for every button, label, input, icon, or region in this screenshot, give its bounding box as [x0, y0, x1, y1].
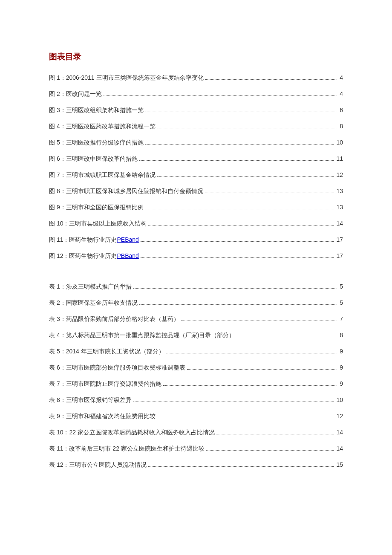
toc-entry-label: 表 5：: [49, 347, 66, 356]
toc-entry-label: 表 9：: [49, 412, 66, 421]
table-toc-entry[interactable]: 表 6：三明市医院部分医疗服务项目收费标准调整表9: [49, 363, 343, 372]
toc-entry-label: 表 10：: [49, 428, 69, 437]
toc-entry-title: 三明市医院防止医疗资源浪费的措施: [66, 379, 161, 388]
figure-toc-entry[interactable]: 图 10：三明市县级以上医院收入结构14: [49, 219, 343, 228]
figures-toc-list: 图 1：2006-2011 三明市三类医保统筹基金年度结余率变化4图 2：医改问…: [49, 73, 343, 260]
toc-entry-title: 三明市县级以上医院收入结构: [69, 219, 147, 228]
toc-entry-title-prefix: 医药生物行业历史: [69, 252, 117, 259]
table-toc-entry[interactable]: 表 10：22 家公立医院改革后药品耗材收入和医务收入占比情况14: [49, 428, 343, 437]
table-toc-entry[interactable]: 表 12：三明市公立医院人员流动情况15: [49, 460, 343, 469]
tables-toc-list: 表 1：涉及三明模式推广的举措5表 2：国家医保基金历年收支情况5表 3：药品限…: [49, 282, 343, 469]
toc-entry-label: 表 4：: [49, 331, 66, 340]
toc-entry-label: 表 8：: [49, 396, 66, 405]
toc-entry-page: 14: [335, 444, 343, 453]
toc-dot-leader: [148, 466, 334, 467]
table-toc-entry[interactable]: 表 5：2014 年三明市院长工资状况（部分）9: [49, 347, 343, 356]
toc-dot-leader: [133, 402, 334, 402]
toc-dot-leader: [206, 450, 334, 451]
toc-entry-title: 三明市医院部分医疗服务项目收费标准调整表: [66, 363, 185, 372]
toc-dot-leader: [166, 353, 337, 353]
toc-entry-page: 10: [335, 396, 343, 405]
toc-entry-page: 4: [339, 90, 343, 98]
table-toc-entry[interactable]: 表 8：三明市医保报销等级差异10: [49, 396, 343, 405]
toc-dot-leader: [181, 321, 337, 321]
table-toc-entry[interactable]: 表 7：三明市医院防止医疗资源浪费的措施9: [49, 379, 343, 388]
figure-toc-entry[interactable]: 图 3：三明医改组织架构和措施一览6: [49, 106, 343, 115]
toc-entry-label: 图 6：: [49, 154, 66, 163]
toc-entry-label: 图 2：: [49, 90, 66, 98]
toc-entry-title: 第八标药品三明市第一批重点跟踪监控品规（厂家)目录（部分）: [66, 331, 235, 340]
toc-dot-leader: [139, 304, 337, 305]
toc-entry-page: 12: [335, 412, 343, 421]
toc-entry-title: 三明医改组织架构和措施一览: [66, 106, 144, 115]
toc-entry-title: 22 家公立医院改革后药品耗材收入和医务收入占比情况: [69, 428, 214, 437]
toc-entry-title: 国家医保基金历年收支情况: [66, 298, 138, 307]
toc-entry-title: 三明市公立医院人员流动情况: [69, 460, 147, 469]
figure-toc-entry[interactable]: 图 12：医药生物行业历史PBBand17: [49, 251, 343, 260]
toc-entry-title-link[interactable]: PEBand: [117, 236, 138, 243]
toc-entry-title: 三明市和全国的医保报销比例: [66, 203, 144, 212]
toc-entry-title: 药品限价采购前后部分价格对比表（基药）: [66, 315, 179, 324]
toc-entry-label: 表 12：: [49, 460, 69, 469]
toc-entry-label: 图 3：: [49, 106, 66, 115]
toc-entry-title-link[interactable]: PBBand: [117, 252, 138, 259]
toc-entry-title: 医药生物行业历史PEBand: [69, 235, 138, 244]
table-toc-entry[interactable]: 表 1：涉及三明模式推广的举措5: [49, 282, 343, 291]
toc-entry-label: 图 10：: [49, 219, 69, 228]
toc-entry-page: 14: [335, 219, 343, 228]
toc-dot-leader: [145, 144, 334, 145]
toc-dot-leader: [157, 418, 334, 418]
figure-toc-entry[interactable]: 图 5：三明医改推行分级诊疗的措施10: [49, 138, 343, 147]
toc-dot-leader: [205, 79, 337, 80]
figure-toc-entry[interactable]: 图 2：医改问题一览4: [49, 90, 343, 98]
toc-dot-leader: [236, 337, 337, 337]
toc-entry-page: 12: [335, 171, 343, 179]
toc-entry-page: 9: [339, 347, 343, 356]
toc-entry-page: 13: [335, 203, 343, 212]
toc-dot-leader: [148, 225, 334, 225]
section-heading: 图表目录: [49, 51, 343, 62]
toc-entry-page: 9: [339, 363, 343, 372]
toc-entry-title: 三明医改医药改革措施和流程一览: [66, 122, 156, 131]
toc-dot-leader: [187, 369, 337, 370]
toc-entry-title: 三明医改推行分级诊疗的措施: [66, 138, 144, 147]
toc-entry-title: 三明市职工医保和城乡居民住院报销和自付金额情况: [66, 187, 203, 196]
toc-dot-leader: [145, 209, 334, 209]
toc-entry-label: 表 3：: [49, 315, 66, 324]
toc-entry-label: 表 11：: [49, 444, 69, 453]
toc-entry-page: 8: [339, 331, 343, 340]
toc-dot-leader: [157, 128, 337, 128]
figure-toc-entry[interactable]: 图 8：三明市职工医保和城乡居民住院报销和自付金额情况13: [49, 187, 343, 196]
toc-entry-title: 医药生物行业历史PBBand: [69, 251, 138, 260]
figure-toc-entry[interactable]: 图 1：2006-2011 三明市三类医保统筹基金年度结余率变化4: [49, 73, 343, 82]
figure-toc-entry[interactable]: 图 9：三明市和全国的医保报销比例13: [49, 203, 343, 212]
toc-entry-label: 图 5：: [49, 138, 66, 147]
figure-toc-entry[interactable]: 图 4：三明医改医药改革措施和流程一览8: [49, 122, 343, 131]
toc-dot-leader: [141, 241, 334, 242]
toc-dot-leader: [157, 176, 334, 177]
toc-entry-page: 7: [339, 315, 343, 324]
section-gap: [49, 268, 343, 282]
toc-entry-title: 三明市医保报销等级差异: [66, 396, 132, 405]
toc-entry-label: 图 9：: [49, 203, 66, 212]
toc-dot-leader: [139, 160, 334, 161]
toc-entry-page: 5: [339, 298, 343, 307]
toc-entry-page: 14: [335, 428, 343, 437]
toc-entry-label: 图 8：: [49, 187, 66, 196]
toc-entry-page: 13: [335, 187, 343, 196]
figure-toc-entry[interactable]: 图 11：医药生物行业历史PEBand17: [49, 235, 343, 244]
figure-toc-entry[interactable]: 图 6：三明医改中医保改革的措施11: [49, 154, 343, 163]
table-toc-entry[interactable]: 表 4：第八标药品三明市第一批重点跟踪监控品规（厂家)目录（部分）8: [49, 331, 343, 340]
toc-entry-label: 图 12：: [49, 251, 69, 260]
table-toc-entry[interactable]: 表 11：改革前后三明市 22 家公立医院医生和护士待遇比较14: [49, 444, 343, 453]
toc-entry-label: 表 1：: [49, 282, 66, 291]
table-toc-entry[interactable]: 表 2：国家医保基金历年收支情况5: [49, 298, 343, 307]
toc-dot-leader: [216, 434, 334, 434]
toc-entry-label: 图 11：: [49, 235, 69, 244]
figure-toc-entry[interactable]: 图 7：三明市城镇职工医保基金结余情况12: [49, 171, 343, 179]
table-toc-entry[interactable]: 表 3：药品限价采购前后部分价格对比表（基药）7: [49, 315, 343, 324]
toc-entry-label: 表 2：: [49, 298, 66, 307]
table-toc-entry[interactable]: 表 9：三明市和福建省次均住院费用比较12: [49, 412, 343, 421]
toc-dot-leader: [133, 288, 337, 289]
toc-dot-leader: [141, 257, 334, 258]
